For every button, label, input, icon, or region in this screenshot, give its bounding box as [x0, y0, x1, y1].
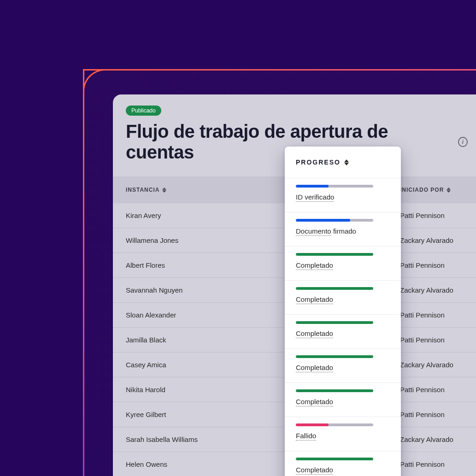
progress-status-label[interactable]: Completado — [296, 295, 390, 303]
progress-status-label[interactable]: Completado — [296, 329, 390, 337]
cell-initiated-by: Patti Pennison — [400, 386, 476, 394]
progress-cell: Completado — [285, 280, 401, 314]
info-icon[interactable]: i — [458, 137, 468, 147]
cell-initiated-by: Patti Pennison — [400, 336, 476, 344]
progress-status-label[interactable]: Completado — [296, 398, 390, 405]
cell-initiated-by: Patti Pennison — [400, 311, 476, 319]
column-header-label: INICIADO POR — [400, 187, 444, 193]
progress-bar-fill — [296, 253, 373, 256]
progress-cell: Completado — [285, 382, 401, 417]
column-header-instance[interactable]: INSTANCIA — [126, 187, 282, 193]
progress-bar — [296, 185, 373, 188]
cell-initiated-by: Zackary Alvarado — [400, 361, 476, 369]
progress-cell: Completado — [285, 451, 401, 476]
progress-bar-fill — [296, 287, 373, 290]
sort-icon — [344, 159, 349, 165]
cell-instance: Albert Flores — [126, 261, 282, 269]
progress-status-label[interactable]: Completado — [296, 364, 390, 371]
progress-bar-fill — [296, 185, 329, 188]
progress-bar-fill — [296, 458, 373, 460]
cell-initiated-by: Zackary Alvarado — [400, 286, 476, 294]
progress-column-popover: PROGRESO ID verificadoDocumento firmadoC… — [285, 147, 401, 476]
progress-bar-fill — [296, 389, 373, 392]
sort-icon — [447, 188, 451, 193]
column-header-initiated[interactable]: INICIADO POR — [400, 187, 476, 193]
status-badge: Publicado — [126, 106, 161, 116]
cell-instance: Jamilla Black — [126, 336, 282, 344]
sort-icon — [162, 188, 166, 193]
progress-bar — [296, 219, 373, 222]
column-header-progress[interactable]: PROGRESO — [285, 147, 401, 178]
column-header-label: INSTANCIA — [126, 187, 159, 193]
progress-bar — [296, 389, 373, 392]
progress-status-label[interactable]: Documento firmado — [296, 227, 390, 235]
cell-initiated-by: Patti Pennison — [400, 411, 476, 418]
cell-instance: Willamena Jones — [126, 236, 282, 244]
progress-bar-fill — [296, 423, 329, 426]
progress-cell: Completado — [285, 246, 401, 280]
cell-initiated-by: Patti Pennison — [400, 212, 476, 219]
progress-bar — [296, 253, 373, 256]
cell-instance: Sloan Alexander — [126, 311, 282, 319]
cell-instance: Helen Owens — [126, 460, 282, 468]
cell-instance: Casey Amica — [126, 361, 282, 369]
progress-bar — [296, 321, 373, 324]
progress-status-label[interactable]: ID verificado — [296, 193, 390, 201]
cell-instance: Kyree Gilbert — [126, 411, 282, 418]
progress-bar-fill — [296, 321, 373, 324]
progress-bar — [296, 287, 373, 290]
cell-instance: Savannah Nguyen — [126, 286, 282, 294]
progress-status-label[interactable]: Completado — [296, 261, 390, 269]
cell-instance: Sarah Isabella Williams — [126, 435, 282, 443]
progress-cell: Completado — [285, 314, 401, 348]
column-header-label: PROGRESO — [296, 159, 341, 166]
progress-cell: Documento firmado — [285, 212, 401, 246]
progress-bar — [296, 458, 373, 460]
progress-cell: ID verificado — [285, 178, 401, 212]
progress-status-label[interactable]: Completado — [296, 466, 390, 474]
progress-bar-fill — [296, 219, 350, 222]
progress-bar — [296, 423, 373, 426]
cell-instance: Nikita Harold — [126, 386, 282, 394]
progress-bar-fill — [296, 355, 373, 358]
cell-initiated-by: Patti Pennison — [400, 460, 476, 468]
progress-cell: Completado — [285, 348, 401, 382]
cell-initiated-by: Zackary Alvarado — [400, 236, 476, 244]
cell-initiated-by: Zackary Alvarado — [400, 435, 476, 443]
progress-cell: Fallido — [285, 417, 401, 451]
cell-instance: Kiran Avery — [126, 212, 282, 219]
progress-status-label[interactable]: Fallido — [296, 432, 390, 440]
progress-bar — [296, 355, 373, 358]
cell-initiated-by: Patti Pennison — [400, 261, 476, 269]
